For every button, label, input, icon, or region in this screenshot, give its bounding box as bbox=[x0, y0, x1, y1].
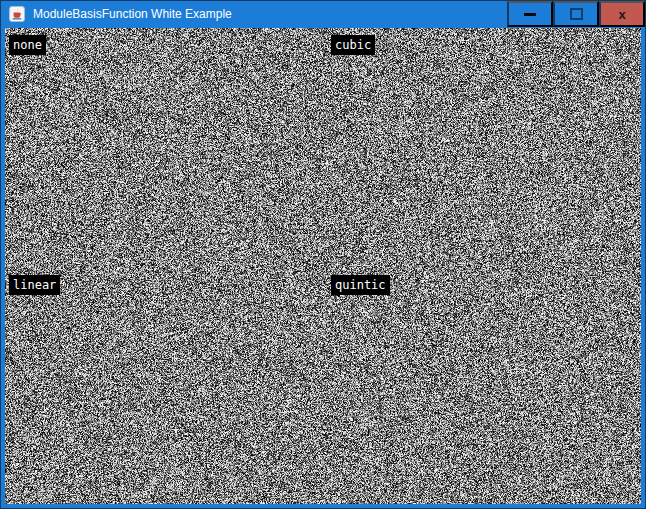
render-viewport: none cubic linear quintic bbox=[5, 28, 641, 504]
basis-label-linear: linear bbox=[9, 275, 60, 295]
window-title: ModuleBasisFunction White Example bbox=[33, 7, 232, 21]
maximize-button[interactable] bbox=[553, 1, 599, 27]
close-icon: x bbox=[618, 8, 625, 21]
window-controls: x bbox=[507, 1, 645, 27]
basis-label-quintic: quintic bbox=[331, 275, 390, 295]
maximize-icon bbox=[570, 8, 583, 20]
minimize-icon bbox=[524, 13, 536, 16]
basis-label-none: none bbox=[9, 35, 46, 55]
minimize-button[interactable] bbox=[507, 1, 553, 27]
basis-label-cubic: cubic bbox=[331, 35, 375, 55]
java-coffee-cup-icon bbox=[9, 6, 25, 22]
app-window: ModuleBasisFunction White Example x none… bbox=[0, 0, 646, 509]
noise-canvas bbox=[5, 28, 641, 504]
title-bar[interactable]: ModuleBasisFunction White Example x bbox=[1, 1, 645, 27]
close-button[interactable]: x bbox=[599, 1, 645, 27]
